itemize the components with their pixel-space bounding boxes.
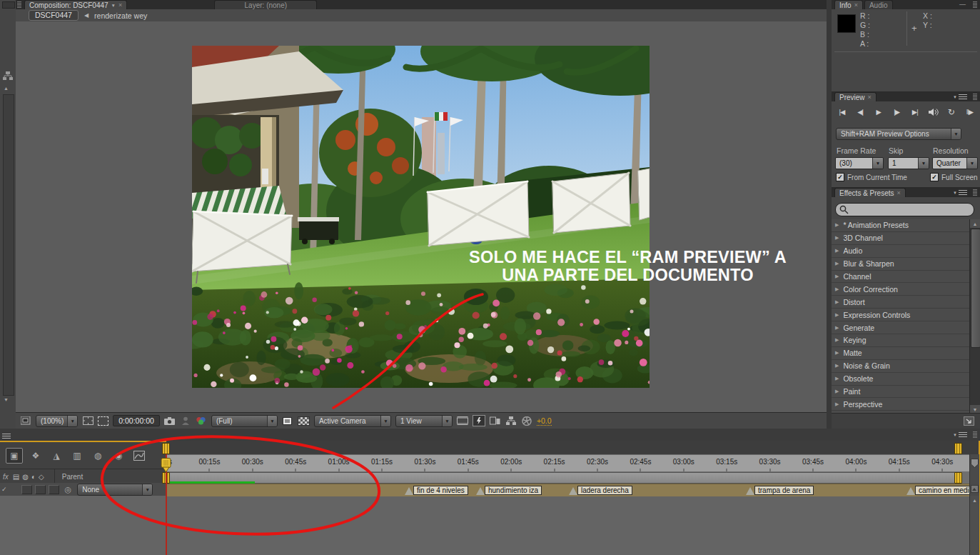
effects-category-row[interactable]: ▶Perspective (832, 398, 970, 411)
layer-marker[interactable]: camino en medio (915, 486, 969, 495)
checkerboard-icon[interactable] (298, 416, 310, 426)
parent-dropdown[interactable]: None▼ (77, 484, 153, 496)
scrollbar-thumb[interactable] (971, 229, 980, 348)
draft-3d-button[interactable]: ❖ (28, 449, 44, 463)
comp-mini-flowchart-button[interactable]: ▣ (6, 448, 23, 464)
collapse-arrow-icon[interactable]: ▶ (835, 401, 839, 407)
tab-info[interactable]: Info× (834, 0, 863, 9)
comp-flow-name[interactable]: renderizate wey (94, 11, 147, 20)
from-current-time-checkbox[interactable]: ✓ From Current Time (836, 173, 907, 181)
audio-icon[interactable] (926, 106, 941, 117)
effects-category-row[interactable]: ▶3D Channel (832, 232, 970, 245)
fx-switch[interactable] (21, 485, 32, 494)
flowchart-icon[interactable] (3, 71, 13, 80)
safe-margins-icon[interactable] (82, 416, 94, 426)
effects-category-row[interactable]: ▶* Animation Presets (832, 219, 970, 232)
collapse-arrow-icon[interactable]: ▶ (835, 312, 839, 318)
comp-viewer[interactable]: SOLO ME HACE EL “RAM PREVIEW” A UNA PART… (16, 21, 827, 413)
play-button[interactable]: ▶ (871, 106, 886, 117)
effects-category-row[interactable]: ▶Keying (832, 334, 970, 347)
last-frame-button[interactable]: ▶| (907, 106, 922, 117)
camera-view-dropdown[interactable]: Active Camera▼ (314, 415, 391, 427)
collapse-arrow-icon[interactable]: ▶ (835, 286, 839, 292)
hide-shy-layers-button[interactable]: ◮ (49, 449, 64, 463)
safe-frames-icon[interactable] (457, 416, 468, 426)
tab-layer[interactable]: Layer: (none) (214, 0, 317, 9)
work-area-bar[interactable] (168, 472, 959, 484)
layer-marker[interactable]: trampa de arena (754, 486, 814, 495)
collapse-arrow-icon[interactable]: ▶ (835, 389, 839, 394)
exposure-icon[interactable] (521, 416, 532, 426)
layer-marker-handle[interactable] (906, 487, 915, 495)
exposure-value[interactable]: +0.0 (537, 416, 552, 426)
resolution-preview-dropdown[interactable]: Quarter▼ (932, 157, 978, 169)
tab-menu-arrow-icon[interactable]: ▼ (111, 3, 116, 8)
view-layout-dropdown[interactable]: 1 View▼ (395, 415, 453, 427)
transparency-grid-icon[interactable] (282, 416, 293, 426)
tab-preview[interactable]: Preview× (834, 92, 877, 101)
layer-marker-handle[interactable] (746, 487, 754, 495)
scroll-down-icon[interactable]: ▼ (4, 397, 9, 402)
pick-whip-icon[interactable]: ◎ (65, 485, 72, 494)
collapse-arrow-icon[interactable]: ▶ (835, 235, 839, 241)
graph-editor-button[interactable] (131, 449, 147, 463)
comp-marker-bin-icon[interactable] (971, 459, 979, 468)
loop-button[interactable]: ↻ (944, 106, 959, 117)
collapse-arrow-icon[interactable]: ▶ (835, 350, 839, 356)
work-area-start-handle[interactable] (162, 443, 170, 454)
effects-category-row[interactable]: ▶Blur & Sharpen (832, 258, 970, 271)
tab-close-icon[interactable]: × (854, 1, 858, 9)
effects-category-row[interactable]: ▶Audio (832, 245, 970, 258)
scroll-up-icon[interactable]: ▲ (4, 86, 9, 91)
panel-grip[interactable] (17, 1, 21, 8)
brainstorm-button[interactable]: ◉ (111, 449, 126, 463)
resolution-dropdown[interactable]: (Full)▼ (211, 415, 278, 427)
panel-grip[interactable] (973, 431, 977, 438)
tab-composition[interactable]: Composition: DSCF0447 ▼ × (24, 0, 127, 9)
first-frame-button[interactable]: |◀ (834, 106, 849, 117)
panel-grip[interactable] (973, 94, 977, 100)
effects-category-row[interactable]: ▶Paint (832, 386, 970, 399)
layer-marker-handle[interactable] (405, 487, 413, 495)
layer-marker-handle[interactable] (476, 487, 485, 495)
panel-menu-icon[interactable]: ▼ (953, 94, 967, 99)
grid-options-icon[interactable] (20, 416, 31, 426)
ram-preview-options-dropdown[interactable]: Shift+RAM Preview Options▼ (836, 128, 961, 140)
fast-previews-icon[interactable] (473, 415, 485, 426)
collapse-arrow-icon[interactable]: ▶ (835, 325, 839, 331)
layer-marker[interactable]: ladera derecha (577, 486, 632, 495)
work-area-end-handle[interactable] (954, 472, 962, 484)
panel-menu-icon[interactable]: ▼ (953, 432, 967, 437)
collapse-arrow-icon[interactable]: ▶ (835, 376, 839, 381)
frame-rate-dropdown[interactable]: (30)▼ (835, 157, 884, 169)
layer-marker[interactable]: hundimiento iza (485, 486, 542, 495)
layer-marker-handle[interactable] (569, 487, 577, 495)
ram-preview-button[interactable]: ‖▶ (962, 106, 977, 117)
snapshot-camera-icon[interactable] (164, 416, 176, 426)
breadcrumb-back-icon[interactable]: ◀ (84, 12, 89, 19)
tab-close-icon[interactable]: × (868, 94, 872, 101)
frame-blend-button[interactable]: ▥ (69, 449, 85, 463)
tab-close-icon[interactable]: × (118, 1, 122, 9)
effects-category-row[interactable]: ▶Expression Controls (832, 309, 970, 321)
panel-grip[interactable] (973, 189, 977, 196)
effects-search-input[interactable] (835, 203, 974, 216)
current-time-indicator[interactable] (161, 458, 172, 473)
work-area-end-handle[interactable] (954, 443, 962, 454)
tab-audio[interactable]: Audio (864, 0, 893, 9)
effects-category-row[interactable]: ▶Channel (832, 271, 970, 284)
magnification-dropdown[interactable]: (100%)▼ (36, 415, 78, 427)
timeline-vscrollbar[interactable]: ▲ (969, 496, 979, 555)
current-time-display[interactable]: 0:00:00:00 (113, 415, 160, 426)
effects-category-row[interactable]: ▶Distort (832, 296, 970, 309)
show-snapshot-icon[interactable] (180, 416, 191, 426)
collapse-arrow-icon[interactable]: ▶ (835, 222, 839, 228)
tab-effects-presets[interactable]: Effects & Presets× (834, 188, 906, 197)
collapse-arrow-icon[interactable]: ▶ (835, 248, 839, 254)
layer-marker[interactable]: fin de 4 niveles (413, 486, 468, 495)
frame-blend-switch[interactable] (35, 485, 46, 494)
collapse-arrow-icon[interactable]: ▶ (835, 274, 839, 279)
scroll-up-icon[interactable]: ▲ (970, 219, 980, 228)
scroll-up-icon[interactable]: ▲ (970, 496, 979, 504)
effects-category-row[interactable]: ▶Matte (832, 347, 970, 360)
